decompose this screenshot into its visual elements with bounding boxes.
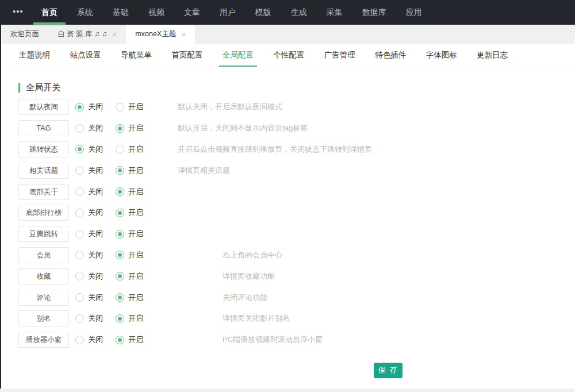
radio-off-label: 关闭 [88,187,103,197]
theme-subnav: 主题说明 站点设置 导航菜单 首页配置 全局配置 个性配置 广告管理 特色插件 … [1,44,575,67]
radio-on-label: 开启 [128,271,143,282]
radio-off-icon [75,166,84,175]
radio-on-icon [116,166,124,175]
setting-row: 豆瓣跳转 关闭 开启 [18,224,575,245]
setting-row: 播放器小窗 关闭 开启 PC端播放视频时滚动悬浮小窗 [18,329,575,351]
setting-label: 底部关于 [18,184,69,200]
radio-on-icon [116,230,124,239]
subnav-item[interactable]: 字体图标 [423,44,461,67]
subnav-item[interactable]: 特色插件 [371,44,409,67]
radio-off[interactable]: 关闭 [75,293,116,303]
radio-on-label: 开启 [128,229,143,239]
radio-off-label: 关闭 [88,144,103,155]
radio-off-icon [75,314,84,323]
top-nav-item[interactable]: 数据库 [352,0,396,25]
top-nav-item[interactable]: 用户 [210,0,246,25]
radio-on-label: 开启 [128,250,143,260]
top-nav-item[interactable]: 文章 [174,0,210,25]
radio-on-label: 开启 [128,123,143,133]
top-nav-item[interactable]: 采集 [317,0,352,25]
radio-on-icon [116,103,124,112]
top-nav-item[interactable]: 视频 [139,0,174,25]
setting-row: 收藏 关闭 开启 详情页收藏功能 [18,266,575,287]
radio-on[interactable]: 开启 [116,102,156,112]
subnav-item[interactable]: 首页配置 [168,44,206,67]
subnav-item[interactable]: 导航菜单 [117,44,155,67]
setting-row: TAG 关闭 开启 默认开启，关闭则不显示内容页tag标签 [18,118,575,139]
radio-off[interactable]: 关闭 [75,229,116,239]
top-nav-item[interactable]: 系统 [67,0,103,25]
subnav-item[interactable]: 主题说明 [16,44,53,67]
setting-label: 豆瓣跳转 [18,226,69,242]
tab[interactable]: 自 资 源 库 ♫ ♫ × [48,25,126,44]
radio-on-label: 开启 [128,187,143,197]
setting-desc: 详情页收藏功能 [223,271,275,282]
setting-row: 底部关于 关闭 开启 [18,181,575,202]
radio-off[interactable]: 关闭 [75,335,116,345]
tab[interactable]: mxoneX主题 × [126,25,195,44]
radio-off[interactable]: 关闭 [75,313,116,324]
top-nav-item[interactable]: 基础 [103,0,139,25]
more-menu-icon[interactable]: ••• [0,0,32,25]
setting-label: TAG [18,120,69,136]
radio-on-icon [116,145,124,153]
radio-area: 关闭 开启 [75,229,159,239]
radio-on[interactable]: 开启 [116,207,156,218]
radio-off-icon [75,251,84,259]
radio-off-label: 关闭 [88,250,103,260]
radio-off[interactable]: 关闭 [75,187,116,197]
radio-on[interactable]: 开启 [116,166,156,176]
setting-row: 默认夜间 关闭 开启 默认关闭，开启后默认夜间模式 [18,97,575,118]
radio-on[interactable]: 开启 [116,123,156,133]
radio-off-icon [75,336,84,344]
radio-off-icon [75,272,84,280]
top-nav-item[interactable]: 应用 [396,0,432,25]
tab-close-icon[interactable]: × [181,30,186,39]
subnav-item[interactable]: 站点设置 [66,44,104,67]
radio-off-icon [75,293,84,302]
radio-off-icon [75,187,84,196]
subnav-item[interactable]: 广告管理 [321,44,359,67]
radio-off-label: 关闭 [88,335,103,345]
radio-on[interactable]: 开启 [116,187,156,197]
tab-close-icon[interactable]: × [112,30,117,39]
radio-off-icon [75,103,84,112]
radio-on[interactable]: 开启 [116,313,156,324]
radio-on-icon [116,293,124,302]
subnav-item[interactable]: 全局配置 [219,44,257,67]
radio-on[interactable]: 开启 [116,229,156,239]
radio-off[interactable]: 关闭 [75,102,116,112]
radio-off[interactable]: 关闭 [75,271,116,282]
radio-area: 关闭 开启 [75,271,159,282]
top-nav: ••• 首页 系统 基础 视频 文章 用户 模版 生成 采集 数据库 应用 [0,0,575,25]
subnav-item[interactable]: 更新日志 [473,44,511,67]
top-nav-item[interactable]: 生成 [281,0,317,25]
radio-on-icon [116,272,124,280]
setting-desc: 关闭评论功能 [223,293,267,303]
tab[interactable]: 欢迎页面 [1,25,48,44]
setting-label: 相关话题 [18,163,69,179]
tab-bar: 欢迎页面 自 资 源 库 ♫ ♫ × mxoneX主题 × [1,25,575,44]
radio-off[interactable]: 关闭 [75,250,116,260]
subnav-item[interactable]: 个性配置 [270,44,308,67]
radio-on[interactable]: 开启 [116,250,156,260]
settings-list: 默认夜间 关闭 开启 默认关闭，开启后默认夜间模式 [18,97,575,351]
radio-on[interactable]: 开启 [116,293,156,303]
radio-off-label: 关闭 [88,207,103,218]
radio-off[interactable]: 关闭 [75,123,116,133]
setting-label: 会员 [18,247,69,263]
top-nav-item[interactable]: 模版 [246,0,281,25]
radio-on[interactable]: 开启 [116,271,156,282]
radio-off-label: 关闭 [88,229,103,239]
top-nav-item[interactable]: 首页 [32,0,67,25]
radio-off[interactable]: 关闭 [75,166,116,176]
setting-desc: 开启后点击视频直接跳到播放页，关闭状态下跳转到详情页 [178,144,372,155]
radio-area: 关闭 开启 [75,293,159,303]
save-button[interactable]: 保 存 [374,363,402,378]
radio-off[interactable]: 关闭 [75,207,116,218]
radio-area: 关闭 开启 [75,187,159,197]
radio-off[interactable]: 关闭 [75,144,116,155]
radio-on[interactable]: 开启 [116,144,156,155]
radio-on[interactable]: 开启 [116,335,156,345]
radio-area: 关闭 开启 [75,123,159,133]
